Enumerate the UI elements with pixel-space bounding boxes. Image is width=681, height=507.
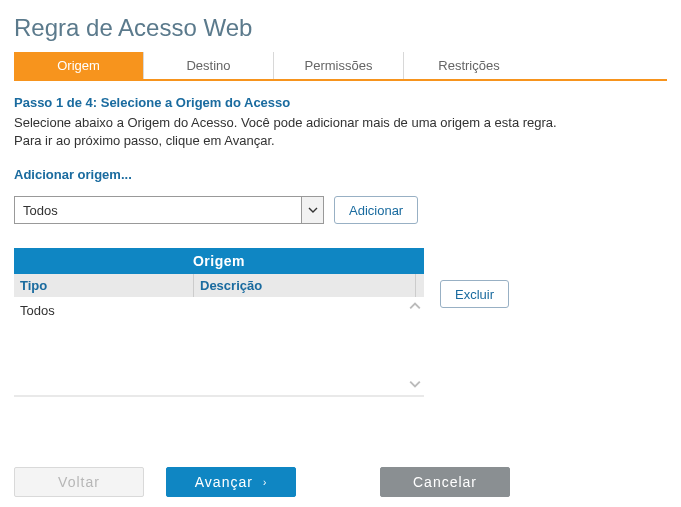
adicionar-button[interactable]: Adicionar (334, 196, 418, 224)
table-row[interactable]: Todos (20, 303, 400, 318)
page-title: Regra de Acesso Web (14, 14, 667, 42)
cancelar-button[interactable]: Cancelar (380, 467, 510, 497)
avancar-label: Avançar (195, 474, 253, 490)
tab-restricoes[interactable]: Restrições (404, 52, 534, 79)
cell-tipo: Todos (20, 303, 55, 318)
tab-destino[interactable]: Destino (144, 52, 274, 79)
table-column-header: Tipo Descrição (14, 274, 424, 297)
column-grip (416, 274, 424, 297)
origin-select[interactable]: Todos (14, 196, 324, 224)
step-description: Selecione abaixo a Origem do Acesso. Voc… (14, 114, 667, 149)
step-desc-line1: Selecione abaixo a Origem do Acesso. Voc… (14, 115, 557, 130)
tab-permissoes[interactable]: Permissões (274, 52, 404, 79)
arrow-right-icon: › (263, 477, 267, 488)
tab-bar: Origem Destino Permissões Restrições (14, 52, 667, 81)
chevron-down-icon (409, 377, 421, 393)
step-desc-line2: Para ir ao próximo passo, clique em Avan… (14, 133, 275, 148)
excluir-button[interactable]: Excluir (440, 280, 509, 308)
voltar-button: Voltar (14, 467, 144, 497)
avancar-button[interactable]: Avançar › (166, 467, 296, 497)
scrollbar[interactable] (406, 297, 424, 395)
origin-table: Origem Tipo Descrição Todos (14, 248, 424, 397)
add-origin-label: Adicionar origem... (14, 167, 667, 182)
table-title: Origem (14, 248, 424, 274)
column-tipo[interactable]: Tipo (14, 274, 194, 297)
step-heading: Passo 1 de 4: Selecione a Origem do Aces… (14, 95, 667, 110)
column-descricao[interactable]: Descrição (194, 274, 416, 297)
chevron-up-icon (409, 299, 421, 315)
tab-origem[interactable]: Origem (14, 52, 144, 79)
